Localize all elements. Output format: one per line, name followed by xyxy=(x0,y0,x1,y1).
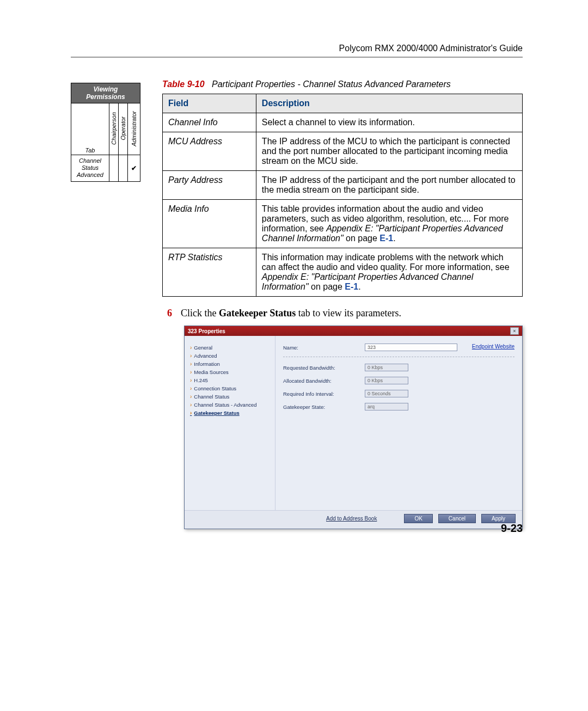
sidebar-item-channel-status-advanced[interactable]: Channel Status - Advanced xyxy=(190,401,272,409)
dialog-title: 323 Properties xyxy=(188,328,225,334)
close-icon[interactable]: × xyxy=(510,327,519,335)
dialog-main: Endpoint Website Name: 323 Requested Ban… xyxy=(275,336,522,510)
running-header: Polycom RMX 2000/4000 Administrator's Gu… xyxy=(71,44,523,53)
value-req-int: 0 Seconds xyxy=(365,390,408,397)
header-rule xyxy=(71,57,523,58)
row-requested-bandwidth: Requested Bandwidth: 0 Kbps xyxy=(283,364,514,371)
main-column: Table 9-10 Participant Properties - Chan… xyxy=(162,79,523,529)
step-6: 6 Click the Gatekeeper Status tab to vie… xyxy=(162,308,523,319)
label-req-bw: Requested Bandwidth: xyxy=(283,365,365,371)
table-row: Media Info This table provides informati… xyxy=(163,200,523,248)
perm-col-chairperson: Chairperson xyxy=(109,103,119,155)
table-row: RTP Statistics This information may indi… xyxy=(163,248,523,297)
content-row: Viewing Permissions Tab Chairperson Oper… xyxy=(71,79,523,529)
row-required-info-interval: Required Info Interval: 0 Seconds xyxy=(283,390,514,397)
add-to-address-book-link[interactable]: Add to Address Book xyxy=(326,516,399,522)
table-row: Channel Info Select a channel to view it… xyxy=(163,113,523,132)
field-party-address: Party Address xyxy=(163,171,256,200)
label-name: Name: xyxy=(283,345,365,351)
th-description: Description xyxy=(256,94,522,113)
sidebar-item-media-sources[interactable]: Media Sources xyxy=(190,368,272,376)
dialog-separator xyxy=(283,357,514,357)
table-caption: Table 9-10 Participant Properties - Chan… xyxy=(162,79,523,89)
ok-button[interactable]: OK xyxy=(404,514,432,523)
perm-col-operator: Operator xyxy=(119,103,128,155)
endpoint-website-link[interactable]: Endpoint Website xyxy=(472,344,514,350)
perm-mark-op xyxy=(119,155,128,182)
parameters-table: Field Description Channel Info Select a … xyxy=(162,94,523,297)
sidebar-item-advanced[interactable]: Advanced xyxy=(190,352,272,360)
dialog-body: General Advanced Information Media Sourc… xyxy=(185,336,522,510)
table-caption-tag: Table 9-10 xyxy=(162,79,205,89)
perm-row-label: Channel Status Advanced xyxy=(71,155,109,182)
perm-title: Viewing Permissions xyxy=(71,83,140,103)
desc-channel-info: Select a channel to view its information… xyxy=(256,113,522,132)
cancel-button[interactable]: Cancel xyxy=(438,514,476,523)
sidebar-item-information[interactable]: Information xyxy=(190,360,272,368)
label-gk-state: Gatekeeper State: xyxy=(283,404,365,410)
dialog-titlebar: 323 Properties × xyxy=(185,326,522,336)
table-row: MCU Address The IP address of the MCU to… xyxy=(163,132,523,171)
sidebar-item-connection-status[interactable]: Connection Status xyxy=(190,384,272,393)
sidebar-item-channel-status[interactable]: Channel Status xyxy=(190,393,272,401)
row-gatekeeper-state: Gatekeeper State: arq xyxy=(283,403,514,410)
desc-mcu-address: The IP address of the MCU to which the p… xyxy=(256,132,522,171)
perm-tab-label: Tab xyxy=(71,103,109,155)
table-row: Party Address The IP address of the part… xyxy=(163,171,523,200)
desc-party-address: The IP address of the participant and th… xyxy=(256,171,522,200)
sidebar-item-gatekeeper-status[interactable]: Gatekeeper Status xyxy=(190,409,272,417)
label-alloc-bw: Allocated Bandwidth: xyxy=(283,378,365,384)
dialog-sidebar: General Advanced Information Media Sourc… xyxy=(185,336,275,510)
field-channel-info: Channel Info xyxy=(163,113,256,132)
th-field: Field xyxy=(163,94,256,113)
step-text: Click the Gatekeeper Status tab to view … xyxy=(181,308,401,319)
properties-dialog: 323 Properties × General Advanced Inform… xyxy=(184,326,523,529)
page-link[interactable]: E-1 xyxy=(379,234,393,243)
step-number: 6 xyxy=(162,308,172,319)
value-req-bw: 0 Kbps xyxy=(365,364,408,371)
perm-col-administrator: Administrator xyxy=(128,103,140,155)
value-gk-state: arq xyxy=(365,403,408,410)
page-number: 9-23 xyxy=(501,522,523,535)
document-page: Polycom RMX 2000/4000 Administrator's Gu… xyxy=(0,0,588,551)
desc-rtp-statistics: This information may indicate problems w… xyxy=(256,248,522,297)
page-link[interactable]: E-1 xyxy=(345,282,358,291)
field-media-info: Media Info xyxy=(163,200,256,248)
table-caption-text: Participant Properties - Channel Status … xyxy=(212,79,451,89)
viewing-permissions-table: Viewing Permissions Tab Chairperson Oper… xyxy=(71,83,140,182)
dialog-footer: Add to Address Book OK Cancel Apply xyxy=(185,510,522,529)
value-alloc-bw: 0 Kbps xyxy=(365,377,408,384)
perm-mark-chair xyxy=(109,155,119,182)
perm-mark-admin: ✔ xyxy=(128,155,140,182)
field-rtp-statistics: RTP Statistics xyxy=(163,248,256,297)
sidebar-item-h245[interactable]: H.245 xyxy=(190,376,272,384)
field-mcu-address: MCU Address xyxy=(163,132,256,171)
row-allocated-bandwidth: Allocated Bandwidth: 0 Kbps xyxy=(283,377,514,384)
desc-media-info: This table provides information about th… xyxy=(256,200,522,248)
value-name[interactable]: 323 xyxy=(365,344,457,351)
sidebar-item-general[interactable]: General xyxy=(190,344,272,352)
label-req-int: Required Info Interval: xyxy=(283,391,365,397)
